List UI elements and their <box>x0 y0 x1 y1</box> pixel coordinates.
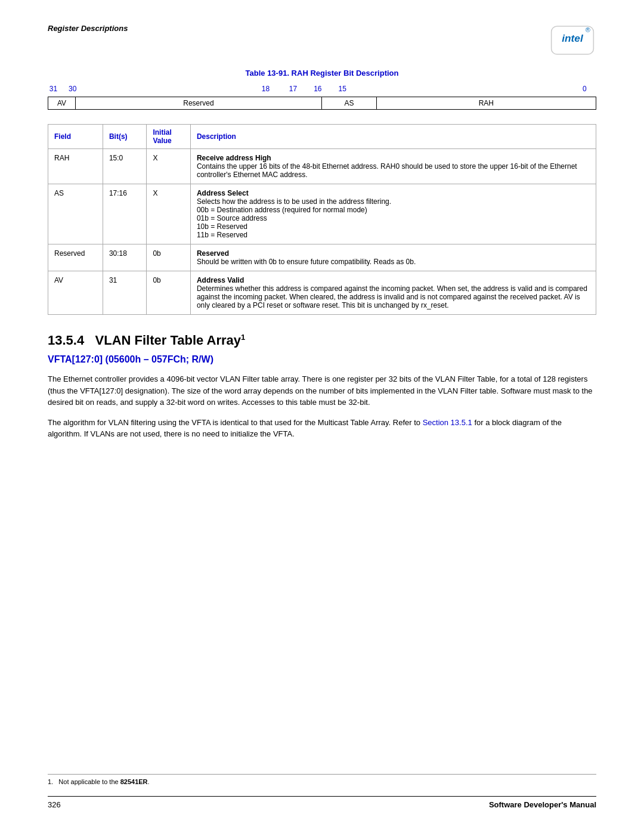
footer-manual-title: Software Developer's Manual <box>489 800 596 809</box>
page-header: Register Descriptions intel ® <box>48 24 596 57</box>
th-field: Field <box>48 125 103 149</box>
section-title: VLAN Filter Table Array <box>95 333 242 348</box>
field-reserved: Reserved <box>48 244 103 271</box>
page-footer: 326 Software Developer's Manual <box>48 796 596 809</box>
svg-text:intel: intel <box>562 32 584 44</box>
initial-rah: X <box>147 149 191 184</box>
page: Register Descriptions intel ® Table 13-9… <box>0 0 644 833</box>
bit-label-0: 0 <box>583 85 587 93</box>
bit-label-17: 17 <box>289 85 297 93</box>
bit-cell-rah: RAH <box>377 97 596 109</box>
th-initial: InitialValue <box>147 125 191 149</box>
field-av: AV <box>48 271 103 315</box>
bit-cell-av: AV <box>48 97 76 109</box>
th-bits: Bit(s) <box>103 125 147 149</box>
section-superscript: 1 <box>241 333 245 342</box>
footer-page-number: 326 <box>48 800 61 809</box>
body-paragraph-2: The algorithm for VLAN filtering using t… <box>48 417 596 440</box>
table-row: AV 31 0b Address Valid Determines whethe… <box>48 271 596 315</box>
initial-av: 0b <box>147 271 191 315</box>
section-number: 13.5.4 <box>48 333 84 348</box>
bit-cell-as: AS <box>322 97 377 109</box>
initial-reserved: 0b <box>147 244 191 271</box>
initial-as: X <box>147 184 191 244</box>
section-link[interactable]: Section 13.5.1 <box>423 418 472 427</box>
bit-label-31: 31 <box>49 85 57 93</box>
bits-as: 17:16 <box>103 184 147 244</box>
bit-diagram: 31 30 18 17 16 15 0 AV Reserved AS RAH <box>48 85 596 110</box>
section-heading: 13.5.4 VLAN Filter Table Array1 <box>48 333 596 348</box>
bit-label-18: 18 <box>262 85 270 93</box>
table-title: Table 13-91. RAH Register Bit Descriptio… <box>48 69 596 78</box>
bit-label-16: 16 <box>314 85 321 93</box>
table-row: Reserved 30:18 0b Reserved Should be wri… <box>48 244 596 271</box>
th-description: Description <box>190 125 596 149</box>
table-row: RAH 15:0 X Receive address High Contains… <box>48 149 596 184</box>
bit-label-15: 15 <box>339 85 346 93</box>
field-as: AS <box>48 184 103 244</box>
bit-label-30: 30 <box>69 85 76 93</box>
description-table: Field Bit(s) InitialValue Description RA… <box>48 124 596 315</box>
footnote-section: 1. Not applicable to the 82541ER. <box>48 774 596 785</box>
desc-as: Address Select Selects how the address i… <box>190 184 596 244</box>
footnote-text: 1. Not applicable to the 82541ER. <box>48 778 596 785</box>
bit-label-row: 31 30 18 17 16 15 0 <box>48 85 596 95</box>
register-address: VFTA[127:0] (05600h – 057FCh; R/W) <box>48 354 596 365</box>
bits-av: 31 <box>103 271 147 315</box>
table-row: AS 17:16 X Address Select Selects how th… <box>48 184 596 244</box>
svg-text:®: ® <box>586 26 590 33</box>
desc-rah: Receive address High Contains the upper … <box>190 149 596 184</box>
field-rah: RAH <box>48 149 103 184</box>
body-paragraph-1: The Ethernet controller provides a 4096-… <box>48 373 596 408</box>
desc-av: Address Valid Determines whether this ad… <box>190 271 596 315</box>
bits-rah: 15:0 <box>103 149 147 184</box>
intel-logo-icon: intel ® <box>549 24 596 57</box>
bit-cell-reserved: Reserved <box>76 97 322 109</box>
bit-cells-row: AV Reserved AS RAH <box>48 97 596 110</box>
header-title: Register Descriptions <box>48 24 128 33</box>
bits-reserved: 30:18 <box>103 244 147 271</box>
desc-reserved: Reserved Should be written with 0b to en… <box>190 244 596 271</box>
